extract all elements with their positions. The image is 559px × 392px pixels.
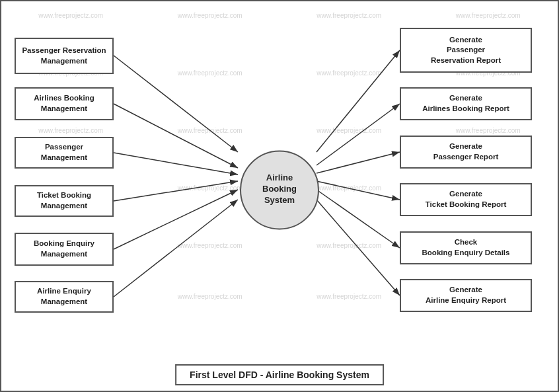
rb6-label: GenerateAirline Enquiry Report [426, 285, 506, 305]
svg-line-9 [317, 152, 400, 173]
svg-line-1 [114, 56, 238, 152]
center-circle: AirlineBookingSystem [240, 150, 319, 229]
rb3-label: GeneratePassenger Report [433, 141, 498, 162]
rb1-label: GeneratePassengerReservation Report [431, 35, 501, 66]
lb5-box: Booking EnquiryManagement [15, 233, 114, 266]
lb4-box: Ticket BookingManagement [15, 185, 114, 217]
rb6-box: GenerateAirline Enquiry Report [400, 279, 532, 312]
footer-text: First Level DFD - Airline Booking System [190, 370, 369, 380]
lb2-box: Airlines BookingManagement [15, 87, 114, 120]
lb5-label: Booking EnquiryManagement [34, 239, 94, 259]
rb5-box: CheckBooking Enquiry Details [400, 231, 532, 264]
lb4-label: Ticket BookingManagement [37, 190, 91, 211]
main-container: www.freeprojectz.com www.freeprojectz.co… [0, 0, 559, 392]
lb3-box: PassengerManagement [15, 137, 114, 169]
rb4-box: GenerateTicket Booking Report [400, 183, 532, 216]
lb6-box: Airline EnquiryManagement [15, 281, 114, 313]
rb5-label: CheckBooking Enquiry Details [422, 237, 510, 258]
lb3-label: PassengerManagement [41, 142, 87, 163]
svg-line-11 [317, 190, 400, 248]
lb2-label: Airlines BookingManagement [34, 93, 94, 114]
lb1-label: Passenger ReservationManagement [22, 46, 106, 66]
rb1-box: GeneratePassengerReservation Report [400, 28, 532, 73]
lb1-box: Passenger ReservationManagement [15, 38, 114, 74]
svg-line-2 [114, 104, 238, 168]
svg-line-12 [317, 200, 400, 295]
rb2-box: GenerateAirlines Booking Report [400, 87, 532, 120]
svg-line-6 [114, 200, 238, 297]
center-label: AirlineBookingSystem [262, 173, 297, 207]
svg-line-3 [114, 153, 238, 175]
svg-line-7 [317, 50, 400, 152]
svg-line-8 [317, 104, 400, 165]
svg-line-5 [114, 190, 238, 249]
footer-label: First Level DFD - Airline Booking System [175, 364, 384, 385]
rb2-label: GenerateAirlines Booking Report [422, 93, 509, 114]
svg-line-10 [317, 181, 400, 200]
rb4-label: GenerateTicket Booking Report [426, 189, 506, 210]
rb3-box: GeneratePassenger Report [400, 136, 532, 169]
lb6-label: Airline EnquiryManagement [37, 286, 91, 307]
svg-line-4 [114, 181, 238, 201]
